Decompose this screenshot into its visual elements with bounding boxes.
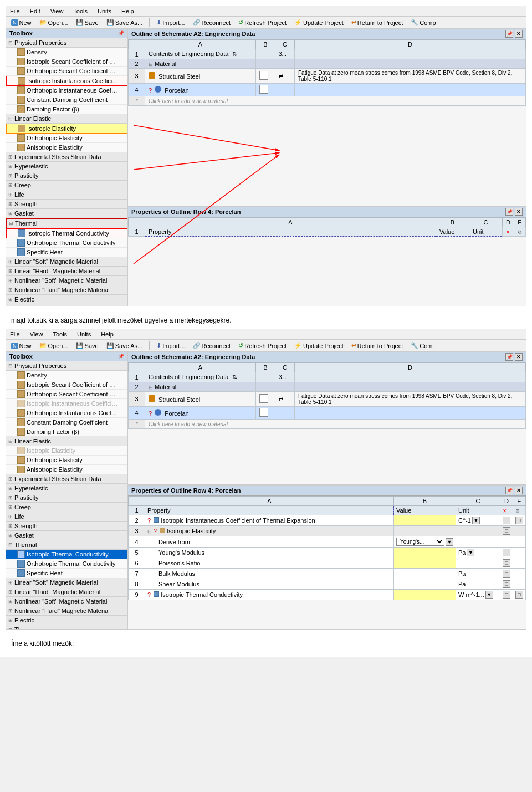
toolbox-group-creep-header[interactable]: ⊞ Creep xyxy=(6,181,127,190)
props2-pin-btn[interactable]: 📌 xyxy=(505,487,513,494)
toolbox-item-density[interactable]: Density xyxy=(6,48,127,57)
props1-pin-btn[interactable]: 📌 xyxy=(505,208,513,216)
save-as-button-2[interactable]: 💾 Save As... xyxy=(104,341,146,350)
toolbox2-group-exp-header[interactable]: ⊞ Experimental Stress Strain Data xyxy=(6,474,127,484)
toolbox2-group-life-header[interactable]: ⊞ Life xyxy=(6,512,127,522)
t2r3-checkbox[interactable] xyxy=(259,394,268,403)
toolbox-group-exp-header[interactable]: ⊞ Experimental Stress Strain Data xyxy=(6,152,127,162)
p2-r2-e-btn[interactable]: □ xyxy=(515,517,523,524)
toolbox2-item-ortho-thermal-cond[interactable]: Orthotropic Thermal Conductivity xyxy=(6,559,127,569)
menu2-file[interactable]: File xyxy=(8,330,22,338)
toolbox2-group-physical-header[interactable]: ⊟ Physical Properties xyxy=(6,361,127,371)
comp-button[interactable]: 🔧 Comp xyxy=(408,18,438,27)
p2-r4-dropdown-btn[interactable]: ▼ xyxy=(446,538,453,546)
toolbox2-group-nonlinear-hard-header[interactable]: ⊞ Nonlinear "Hard" Magnetic Material xyxy=(6,606,127,616)
outline2-scroll[interactable]: A B C D 1 Contents of Eng xyxy=(128,362,526,429)
toolbox-item-iso-elasticity[interactable]: Isotropic Elasticity xyxy=(6,124,127,134)
toolbox2-item-iso-thermal-cond[interactable]: Isotropic Thermal Conductivity xyxy=(6,550,127,559)
toolbox-item-const-damping[interactable]: Constant Damping Coefficient xyxy=(6,95,127,105)
p2-r4-value[interactable]: Young's... Bulk Modulus ▼ xyxy=(394,536,456,548)
props2-scroll[interactable]: A B C D E 1 xyxy=(128,496,526,629)
p2-r9-value[interactable] xyxy=(394,590,456,600)
import-button[interactable]: ⬇ Import... xyxy=(154,18,187,27)
toolbox2-group-linear-soft-header[interactable]: ⊞ Linear "Soft" Magnetic Material xyxy=(6,578,127,587)
p2-r2-unit-dropdown-btn[interactable]: ▼ xyxy=(472,517,480,524)
return-button-2[interactable]: ↩ Return to Project xyxy=(349,341,406,350)
table-row-4[interactable]: 4 ? Porcelan xyxy=(129,84,526,96)
toolbox-group-linear-hard-header[interactable]: ⊞ Linear "Hard" Magnetic Material xyxy=(6,267,127,276)
toolbox-item-specific-heat[interactable]: Specific Heat xyxy=(6,248,127,257)
refresh-button[interactable]: ↺ Refresh Project xyxy=(236,18,289,27)
toolbox-item-ortho-instant[interactable]: Orthotropic Instantaneous Coefficient of… xyxy=(6,86,127,95)
p2-r9-e-btn[interactable]: □ xyxy=(515,591,523,599)
p2-r5-d-btn[interactable]: □ xyxy=(503,549,510,556)
save-as-button[interactable]: 💾 Save As... xyxy=(104,18,146,27)
toolbox2-item-damping-factor[interactable]: Damping Factor (β) xyxy=(6,427,127,437)
toolbox2-group-plast-header[interactable]: ⊞ Plasticity xyxy=(6,493,127,503)
outline-close-btn[interactable]: ✕ xyxy=(515,30,523,38)
outline2-pin-btn[interactable]: 📌 xyxy=(505,353,513,361)
p2-r5-unit-btn[interactable]: ▼ xyxy=(467,549,474,556)
update-button-2[interactable]: ⚡ Update Project xyxy=(291,341,346,350)
open-button[interactable]: 📂 Open... xyxy=(37,18,71,27)
t2-sort-icon[interactable]: ⇅ xyxy=(232,374,237,380)
toolbox2-group-electric-header[interactable]: ⊞ Electric xyxy=(6,616,127,625)
toolbox2-group-nonlinear-soft-header[interactable]: ⊞ Nonlinear "Soft" Magnetic Material xyxy=(6,597,127,606)
reconnect-button-2[interactable]: 🔗 Reconnect xyxy=(190,341,234,350)
sort-icon[interactable]: ⇅ xyxy=(232,50,237,57)
p2-r6-d-btn[interactable]: □ xyxy=(503,559,510,567)
menu2-units[interactable]: Units xyxy=(75,330,93,338)
toolbox2-pin-icon[interactable]: 📌 xyxy=(118,354,124,359)
table2-row-4[interactable]: 4 ? Porcelan xyxy=(129,407,526,420)
toolbox2-item-specific-heat[interactable]: Specific Heat xyxy=(6,569,127,578)
toolbox-group-hyper-header[interactable]: ⊞ Hyperelastic xyxy=(6,162,127,171)
save-button[interactable]: 💾 Save xyxy=(73,18,101,27)
toolbox-item-damping-factor[interactable]: Damping Factor (β) xyxy=(6,105,127,114)
p2-r4-select[interactable]: Young's... Bulk Modulus xyxy=(396,538,444,546)
p2-r8-value[interactable] xyxy=(394,579,456,590)
outline-pin-btn[interactable]: 📌 xyxy=(505,30,513,38)
p2-r9-unit-btn[interactable]: ▼ xyxy=(485,591,493,599)
toolbox2-group-hyper-header[interactable]: ⊞ Hyperelastic xyxy=(6,484,127,493)
toolbox-item-ortho-secant[interactable]: Orthotropic Secant Coefficient of Therma… xyxy=(6,67,127,76)
menu-view[interactable]: View xyxy=(49,7,65,15)
props1-close-btn[interactable]: ✕ xyxy=(515,208,523,216)
toolbox-group-electric-header[interactable]: ⊞ Electric xyxy=(6,295,127,304)
p2-r7-d-btn[interactable]: □ xyxy=(503,570,510,578)
p2-r5-value[interactable] xyxy=(394,548,456,558)
toolbox2-item-ortho-secant[interactable]: Orthotropic Secant Coefficient of Therma… xyxy=(6,390,127,399)
menu2-help[interactable]: Help xyxy=(99,330,115,338)
toolbox-item-aniso-elasticity[interactable]: Anisotropic Elasticity xyxy=(6,143,127,152)
table-row-add[interactable]: * Click here to add a new material xyxy=(129,96,526,106)
new-button-2[interactable]: N New xyxy=(8,341,34,350)
toolbox-item-iso-instant[interactable]: Isotropic Instantaneous Coefficient of T… xyxy=(6,76,127,86)
toolbox2-item-iso-elasticity[interactable]: Isotropic Elasticity xyxy=(6,446,127,456)
toolbox2-item-ortho-elasticity[interactable]: Orthotropic Elasticity xyxy=(6,456,127,465)
toolbox-pin-icon[interactable]: 📌 xyxy=(118,30,124,36)
menu2-tools[interactable]: Tools xyxy=(51,330,69,338)
toolbox2-group-gasket-header[interactable]: ⊞ Gasket xyxy=(6,531,127,540)
return-button[interactable]: ↩ Return to Project xyxy=(349,18,406,27)
table2-row-add[interactable]: * Click here to add a new material xyxy=(129,420,526,429)
comp-button-2[interactable]: 🔧 Com xyxy=(408,341,435,350)
toolbox-group-physical-header[interactable]: ⊟ Physical Properties xyxy=(6,38,127,48)
toolbox2-item-const-damping[interactable]: Constant Damping Coefficient xyxy=(6,418,127,427)
row4-checkbox[interactable] xyxy=(259,85,268,94)
toolbox-group-nonlinear-hard-header[interactable]: ⊞ Nonlinear "Hard" Magnetic Material xyxy=(6,285,127,295)
outline2-close-btn[interactable]: ✕ xyxy=(515,353,523,361)
refresh-button-2[interactable]: ↺ Refresh Project xyxy=(236,341,289,350)
save-button-2[interactable]: 💾 Save xyxy=(73,341,101,350)
toolbox2-item-iso-instant[interactable]: Isotropic Instantaneous Coefficient of T… xyxy=(6,399,127,408)
outline-scroll[interactable]: A B C D 1 Contents of Eng xyxy=(128,39,526,206)
reconnect-button[interactable]: 🔗 Reconnect xyxy=(190,18,234,27)
menu2-view[interactable]: View xyxy=(28,330,45,338)
toolbox2-item-isotropic-secant[interactable]: Isotropic Secant Coefficient of Thermal … xyxy=(6,380,127,390)
toolbox-group-plast-header[interactable]: ⊞ Plasticity xyxy=(6,171,127,181)
new-button[interactable]: N New xyxy=(8,18,34,27)
toolbox2-group-linear-elastic-header[interactable]: ⊟ Linear Elastic xyxy=(6,437,127,446)
toolbox2-group-creep-header[interactable]: ⊞ Creep xyxy=(6,503,127,512)
import-button-2[interactable]: ⬇ Import... xyxy=(154,341,187,350)
menu-tools[interactable]: Tools xyxy=(71,7,89,15)
p2-r7-value[interactable] xyxy=(394,569,456,579)
toolbox2-group-thermal-header[interactable]: ⊟ Thermal xyxy=(6,540,127,550)
